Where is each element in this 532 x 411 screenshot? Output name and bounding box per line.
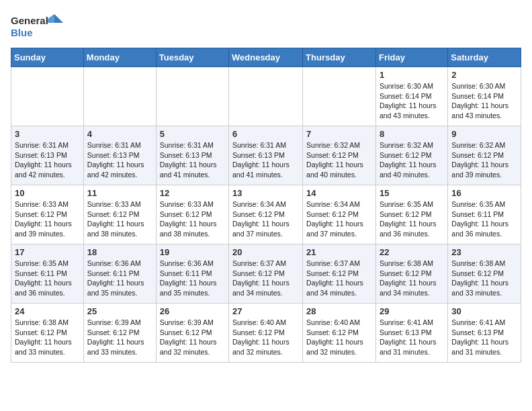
day-number: 13	[232, 188, 299, 198]
calendar-cell: 11Sunrise: 6:33 AM Sunset: 6:12 PM Dayli…	[83, 185, 156, 244]
calendar-cell: 10Sunrise: 6:33 AM Sunset: 6:12 PM Dayli…	[11, 185, 84, 244]
calendar-cell: 24Sunrise: 6:38 AM Sunset: 6:12 PM Dayli…	[11, 304, 84, 363]
weekday-header-friday: Friday	[375, 48, 447, 67]
day-number: 3	[15, 129, 80, 139]
day-number: 19	[160, 247, 225, 257]
day-number: 6	[232, 129, 299, 139]
day-info: Sunrise: 6:31 AM Sunset: 6:13 PM Dayligh…	[87, 140, 152, 180]
calendar-cell: 8Sunrise: 6:32 AM Sunset: 6:12 PM Daylig…	[375, 126, 447, 185]
day-info: Sunrise: 6:32 AM Sunset: 6:12 PM Dayligh…	[306, 140, 372, 180]
calendar-cell: 14Sunrise: 6:34 AM Sunset: 6:12 PM Dayli…	[303, 185, 376, 244]
calendar-week-row: 24Sunrise: 6:38 AM Sunset: 6:12 PM Dayli…	[11, 304, 521, 363]
logo: GeneralBlue	[11, 11, 64, 41]
day-number: 26	[160, 306, 225, 316]
day-info: Sunrise: 6:37 AM Sunset: 6:12 PM Dayligh…	[232, 259, 299, 298]
day-number: 30	[451, 306, 517, 316]
calendar-cell: 25Sunrise: 6:39 AM Sunset: 6:12 PM Dayli…	[83, 304, 156, 363]
calendar-cell: 3Sunrise: 6:31 AM Sunset: 6:13 PM Daylig…	[11, 126, 84, 185]
calendar-cell	[83, 67, 156, 126]
svg-text:General: General	[11, 15, 48, 26]
day-info: Sunrise: 6:30 AM Sunset: 6:14 PM Dayligh…	[380, 81, 444, 121]
day-info: Sunrise: 6:36 AM Sunset: 6:11 PM Dayligh…	[87, 259, 152, 298]
calendar-table: SundayMondayTuesdayWednesdayThursdayFrid…	[11, 48, 521, 363]
day-number: 4	[87, 129, 152, 139]
day-number: 18	[87, 247, 152, 257]
calendar-cell: 13Sunrise: 6:34 AM Sunset: 6:12 PM Dayli…	[229, 185, 303, 244]
day-info: Sunrise: 6:35 AM Sunset: 6:12 PM Dayligh…	[380, 199, 444, 239]
day-number: 12	[160, 188, 225, 198]
day-number: 16	[451, 188, 517, 198]
day-info: Sunrise: 6:41 AM Sunset: 6:13 PM Dayligh…	[451, 318, 517, 357]
day-info: Sunrise: 6:39 AM Sunset: 6:12 PM Dayligh…	[87, 318, 152, 357]
calendar-week-row: 3Sunrise: 6:31 AM Sunset: 6:13 PM Daylig…	[11, 126, 521, 185]
calendar-cell	[303, 67, 376, 126]
day-number: 22	[380, 247, 444, 257]
day-number: 5	[160, 129, 225, 139]
calendar-cell: 20Sunrise: 6:37 AM Sunset: 6:12 PM Dayli…	[229, 244, 303, 304]
calendar-cell	[229, 67, 303, 126]
day-info: Sunrise: 6:30 AM Sunset: 6:14 PM Dayligh…	[451, 81, 517, 121]
calendar-cell	[156, 67, 228, 126]
day-number: 20	[232, 247, 299, 257]
weekday-header-tuesday: Tuesday	[156, 48, 228, 67]
calendar-cell: 9Sunrise: 6:32 AM Sunset: 6:12 PM Daylig…	[448, 126, 521, 185]
svg-text:Blue: Blue	[11, 27, 33, 38]
calendar-cell	[11, 67, 84, 126]
calendar-week-row: 17Sunrise: 6:35 AM Sunset: 6:11 PM Dayli…	[11, 244, 521, 304]
day-info: Sunrise: 6:33 AM Sunset: 6:12 PM Dayligh…	[15, 199, 80, 239]
calendar-cell: 15Sunrise: 6:35 AM Sunset: 6:12 PM Dayli…	[375, 185, 447, 244]
weekday-header-saturday: Saturday	[448, 48, 521, 67]
calendar-cell: 5Sunrise: 6:31 AM Sunset: 6:13 PM Daylig…	[156, 126, 228, 185]
day-number: 23	[451, 247, 517, 257]
day-number: 28	[306, 306, 372, 316]
calendar-week-row: 1Sunrise: 6:30 AM Sunset: 6:14 PM Daylig…	[11, 67, 521, 126]
day-info: Sunrise: 6:32 AM Sunset: 6:12 PM Dayligh…	[380, 140, 444, 180]
weekday-header-row: SundayMondayTuesdayWednesdayThursdayFrid…	[11, 48, 521, 67]
day-number: 9	[451, 129, 517, 139]
day-number: 7	[306, 129, 372, 139]
calendar-cell: 18Sunrise: 6:36 AM Sunset: 6:11 PM Dayli…	[83, 244, 156, 304]
day-info: Sunrise: 6:39 AM Sunset: 6:12 PM Dayligh…	[160, 318, 225, 357]
calendar-cell: 29Sunrise: 6:41 AM Sunset: 6:13 PM Dayli…	[375, 304, 447, 363]
day-number: 21	[306, 247, 372, 257]
calendar-week-row: 10Sunrise: 6:33 AM Sunset: 6:12 PM Dayli…	[11, 185, 521, 244]
calendar-cell: 27Sunrise: 6:40 AM Sunset: 6:12 PM Dayli…	[229, 304, 303, 363]
logo-svg: GeneralBlue	[11, 11, 64, 41]
weekday-header-wednesday: Wednesday	[229, 48, 303, 67]
day-info: Sunrise: 6:31 AM Sunset: 6:13 PM Dayligh…	[15, 140, 80, 180]
calendar-cell: 1Sunrise: 6:30 AM Sunset: 6:14 PM Daylig…	[375, 67, 447, 126]
day-info: Sunrise: 6:40 AM Sunset: 6:12 PM Dayligh…	[232, 318, 299, 357]
calendar-cell: 4Sunrise: 6:31 AM Sunset: 6:13 PM Daylig…	[83, 126, 156, 185]
weekday-header-monday: Monday	[83, 48, 156, 67]
calendar-cell: 21Sunrise: 6:37 AM Sunset: 6:12 PM Dayli…	[303, 244, 376, 304]
day-info: Sunrise: 6:36 AM Sunset: 6:11 PM Dayligh…	[160, 259, 225, 298]
day-number: 10	[15, 188, 80, 198]
day-number: 15	[380, 188, 444, 198]
day-number: 17	[15, 247, 80, 257]
calendar-cell: 19Sunrise: 6:36 AM Sunset: 6:11 PM Dayli…	[156, 244, 228, 304]
day-info: Sunrise: 6:31 AM Sunset: 6:13 PM Dayligh…	[160, 140, 225, 180]
day-number: 1	[380, 70, 444, 80]
calendar-cell: 6Sunrise: 6:31 AM Sunset: 6:13 PM Daylig…	[229, 126, 303, 185]
day-info: Sunrise: 6:34 AM Sunset: 6:12 PM Dayligh…	[306, 199, 372, 239]
svg-marker-2	[48, 14, 54, 23]
weekday-header-sunday: Sunday	[11, 48, 84, 67]
weekday-header-thursday: Thursday	[303, 48, 376, 67]
day-number: 11	[87, 188, 152, 198]
day-number: 29	[380, 306, 444, 316]
day-number: 25	[87, 306, 152, 316]
svg-marker-1	[54, 14, 63, 23]
calendar-cell: 7Sunrise: 6:32 AM Sunset: 6:12 PM Daylig…	[303, 126, 376, 185]
day-number: 2	[451, 70, 517, 80]
calendar-cell: 23Sunrise: 6:38 AM Sunset: 6:12 PM Dayli…	[448, 244, 521, 304]
day-info: Sunrise: 6:38 AM Sunset: 6:12 PM Dayligh…	[15, 318, 80, 357]
day-number: 24	[15, 306, 80, 316]
day-number: 27	[232, 306, 299, 316]
calendar-cell: 26Sunrise: 6:39 AM Sunset: 6:12 PM Dayli…	[156, 304, 228, 363]
day-info: Sunrise: 6:37 AM Sunset: 6:12 PM Dayligh…	[306, 259, 372, 298]
day-info: Sunrise: 6:35 AM Sunset: 6:11 PM Dayligh…	[15, 259, 80, 298]
day-info: Sunrise: 6:33 AM Sunset: 6:12 PM Dayligh…	[160, 199, 225, 239]
day-number: 14	[306, 188, 372, 198]
day-info: Sunrise: 6:33 AM Sunset: 6:12 PM Dayligh…	[87, 199, 152, 239]
calendar-cell: 22Sunrise: 6:38 AM Sunset: 6:12 PM Dayli…	[375, 244, 447, 304]
